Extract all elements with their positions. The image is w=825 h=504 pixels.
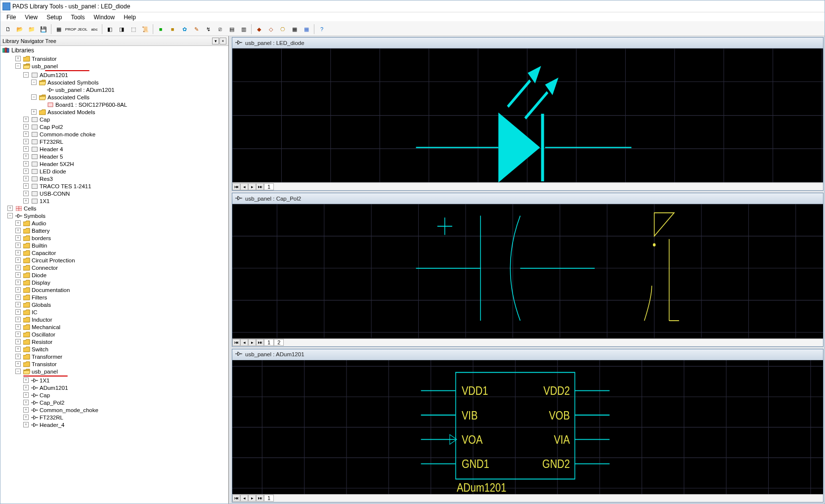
toolbar-btn-icon[interactable]: ◧ [104,24,115,35]
expand-icon[interactable]: + [15,354,21,359]
tree-item-symbol[interactable]: +Cap_Pol2 [23,399,228,406]
tree-root[interactable]: Libraries [0,46,228,55]
expand-icon[interactable]: + [15,317,21,322]
hscroll-track[interactable] [284,339,823,346]
nav-next-icon[interactable]: ▸ [248,495,256,502]
expand-icon[interactable]: + [15,302,21,307]
tree-item-symbol-folder[interactable]: +Circuit Protection [15,256,228,264]
expand-icon[interactable]: + [15,346,21,352]
toolbar-btn-icon[interactable]: ▥ [238,24,249,35]
expand-icon[interactable]: + [15,294,21,300]
collapse-icon[interactable]: − [7,213,13,218]
tree-item-symbol-folder[interactable]: +Switch [15,345,228,353]
tree-item-symbol[interactable]: +Header_4 [23,421,228,428]
expand-icon[interactable]: + [15,280,21,285]
toolbar-btn-icon[interactable]: ⎚ [215,24,225,35]
tree-item-part[interactable]: +Res3 [23,175,228,182]
tree-item-cells[interactable]: + Cells [7,205,228,212]
tree-item-part[interactable]: +LED diode [23,168,228,175]
tree-item-symbol-folder[interactable]: +Oscillator [15,331,228,338]
toolbar-btn-icon[interactable]: ■ [155,24,166,35]
tree-item-symbols[interactable]: − Symbols [7,212,228,219]
toolbar-btn-icon[interactable]: ⬚ [128,24,139,35]
canvas-led[interactable] [232,48,823,182]
collapse-icon[interactable]: − [23,72,29,78]
tree-item-symbol-folder[interactable]: +Documentation [15,286,228,294]
tree-item-part[interactable]: +Cap Pol2 [23,123,228,130]
tree-item-symbol-folder[interactable]: +IC [15,308,228,316]
sheet-tab[interactable]: 2 [274,339,284,346]
tree-item-assoc-symbols[interactable]: − Associated Symbols [31,79,228,86]
collapse-icon[interactable]: − [15,63,21,69]
tree-item-part[interactable]: +Common-mode choke [23,130,228,138]
toolbar-btn-icon[interactable]: ✎ [191,24,202,35]
toolbar-props-icon[interactable]: PROP [65,24,76,35]
nav-first-icon[interactable]: ⏮ [232,183,240,190]
menu-help[interactable]: Help [120,13,140,22]
expand-icon[interactable]: + [23,422,29,427]
canvas-cap[interactable] [232,204,823,338]
sheet-tab[interactable]: 1 [264,183,274,190]
nav-next-icon[interactable]: ▸ [248,339,256,346]
tree-item-symbol[interactable]: +Common_mode_choke [23,406,228,414]
tree-item-symbol[interactable]: +1X1 [23,377,228,384]
tree-item-part[interactable]: +TRACO TES 1-2411 [23,182,228,190]
sheet-tab[interactable]: 1 [264,495,274,502]
toolbar-open-icon[interactable]: 📂 [14,24,25,35]
tree-item-cell-board1[interactable]: Board1 : SOIC127P600-8AL [39,101,228,108]
tree-scroll[interactable]: + Transistor − usb_panel [0,55,228,504]
toolbar-btn-icon[interactable]: ■ [167,24,178,35]
tree-item-part[interactable]: +Header 5X2H [23,160,228,168]
toolbar-btn-icon[interactable]: ◨ [116,24,127,35]
tree-item-symbol-folder[interactable]: +borders [15,234,228,242]
expand-icon[interactable]: + [15,361,21,367]
expand-icon[interactable]: + [15,235,21,241]
expand-icon[interactable]: + [23,385,29,390]
expand-icon[interactable]: + [23,131,29,137]
sheet-tab[interactable]: 1 [264,339,274,346]
tree-item-symbol-folder[interactable]: +Battery [15,227,228,234]
toolbar-btn-icon[interactable]: ↯ [203,24,214,35]
tree-item-symbol[interactable]: +ADum1201 [23,384,228,391]
expand-icon[interactable]: + [15,56,21,61]
expand-icon[interactable]: + [15,332,21,337]
toolbar-btn-icon[interactable]: ▦ [301,24,312,35]
tree-item-symbol-folder[interactable]: +Display [15,279,228,286]
tree-item-symbol-folder[interactable]: +Transformer [15,353,228,360]
expand-icon[interactable]: + [31,109,37,115]
expand-icon[interactable]: + [15,265,21,270]
toolbar-save-icon[interactable]: 💾 [38,24,49,35]
expand-icon[interactable]: + [23,198,29,204]
toolbar-btn-icon[interactable]: ▦ [289,24,300,35]
tree-item-assoc-cells[interactable]: − Associated Cells [31,93,228,101]
expand-icon[interactable]: + [15,339,21,344]
tree-item-part[interactable]: +USB-CONN [23,190,228,197]
nav-first-icon[interactable]: ⏮ [232,495,240,502]
tree-item-symbol-folder[interactable]: +Connector [15,264,228,271]
tree-item-symbol[interactable]: +Cap [23,391,228,399]
tree-item-symbol-folder[interactable]: +Capacitor [15,249,228,256]
tree-item-part[interactable]: +1X1 [23,197,228,205]
toolbar-btn-icon[interactable]: ⎔ [277,24,288,35]
menu-tools[interactable]: Tools [67,13,89,22]
tree-item-part[interactable]: +FT232RL [23,138,228,145]
toolbar-abc-icon[interactable]: abc [89,24,100,35]
view-titlebar[interactable]: usb_panel : LED_diode [232,38,823,48]
expand-icon[interactable]: + [23,154,29,159]
expand-icon[interactable]: + [23,378,29,383]
menu-setup[interactable]: Setup [43,13,66,22]
expand-icon[interactable]: + [15,324,21,330]
menu-view[interactable]: View [21,13,42,22]
tree-item-adum1201[interactable]: − ADum1201 [23,71,228,79]
tree-item-symbol-folder[interactable]: −usb_panel [15,368,228,375]
expand-icon[interactable]: + [15,250,21,255]
tree-item-symbol-folder[interactable]: +Audio [15,219,228,227]
toolbar-btn-icon[interactable]: ◆ [254,24,264,35]
tree-item-part[interactable]: +Header 5 [23,153,228,160]
expand-icon[interactable]: + [23,415,29,420]
tree-item-part[interactable]: +Header 4 [23,145,228,153]
expand-icon[interactable]: + [23,407,29,413]
tree-item-symbol-folder[interactable]: +Builtin [15,242,228,249]
tree-item-symbol-folder[interactable]: +Transistor [15,360,228,368]
expand-icon[interactable]: + [23,191,29,196]
